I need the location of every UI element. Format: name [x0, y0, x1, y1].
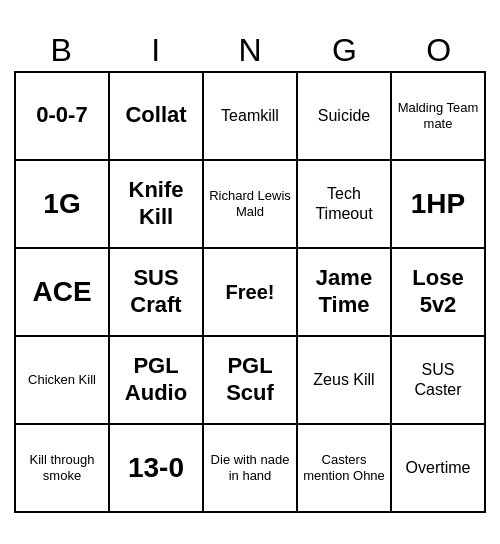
cell-2-0: ACE — [16, 249, 110, 337]
header-b: B — [16, 32, 106, 69]
cell-1-1: Knife Kill — [110, 161, 204, 249]
cell-0-2: Teamkill — [204, 73, 298, 161]
cell-1-3: Tech Timeout — [298, 161, 392, 249]
cell-4-2: Die with nade in hand — [204, 425, 298, 513]
header-o: O — [394, 32, 484, 69]
cell-1-0: 1G — [16, 161, 110, 249]
cell-3-3: Zeus Kill — [298, 337, 392, 425]
bingo-header: B I N G O — [14, 32, 486, 69]
cell-2-1: SUS Craft — [110, 249, 204, 337]
cell-2-2-free: Free! — [204, 249, 298, 337]
cell-3-2: PGL Scuf — [204, 337, 298, 425]
header-n: N — [205, 32, 295, 69]
cell-0-3: Suicide — [298, 73, 392, 161]
cell-4-1: 13-0 — [110, 425, 204, 513]
cell-0-1: Collat — [110, 73, 204, 161]
cell-0-4: Malding Team mate — [392, 73, 486, 161]
cell-0-0: 0-0-7 — [16, 73, 110, 161]
bingo-card: B I N G O 0-0-7 Collat Teamkill Suicide … — [10, 28, 490, 517]
cell-3-0: Chicken Kill — [16, 337, 110, 425]
cell-3-4: SUS Caster — [392, 337, 486, 425]
bingo-grid: 0-0-7 Collat Teamkill Suicide Malding Te… — [14, 71, 486, 513]
header-g: G — [299, 32, 389, 69]
cell-4-0: Kill through smoke — [16, 425, 110, 513]
cell-2-4: Lose 5v2 — [392, 249, 486, 337]
cell-3-1: PGL Audio — [110, 337, 204, 425]
cell-2-3: Jame Time — [298, 249, 392, 337]
cell-1-4: 1HP — [392, 161, 486, 249]
cell-1-2: Richard Lewis Mald — [204, 161, 298, 249]
cell-4-4: Overtime — [392, 425, 486, 513]
cell-4-3: Casters mention Ohne — [298, 425, 392, 513]
header-i: I — [111, 32, 201, 69]
